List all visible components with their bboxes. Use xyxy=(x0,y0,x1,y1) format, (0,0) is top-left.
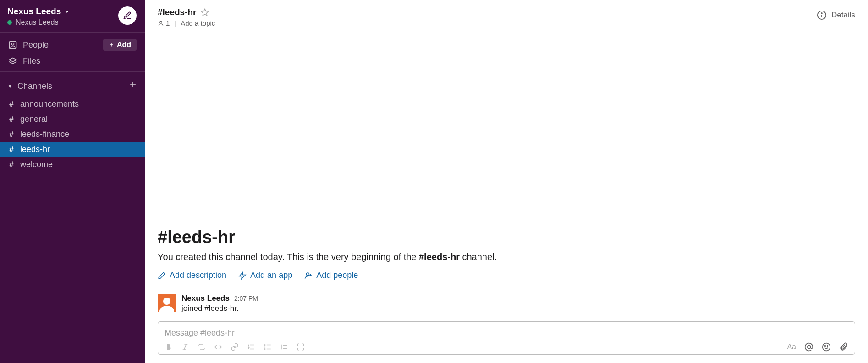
message-text: joined #leeds-hr. xyxy=(181,304,258,313)
svg-point-8 xyxy=(160,21,162,23)
channel-item-leeds-finance[interactable]: #leeds-finance xyxy=(0,127,145,142)
channel-item-label: announcements xyxy=(20,99,79,109)
channel-intro: #leeds-hr You created this channel today… xyxy=(158,145,855,286)
channel-item-leeds-hr[interactable]: #leeds-hr xyxy=(0,142,145,157)
channel-title[interactable]: #leeds-hr xyxy=(158,7,196,17)
mention-button[interactable] xyxy=(804,342,813,352)
svg-point-1 xyxy=(12,43,14,45)
add-people-pill[interactable]: Add xyxy=(103,39,137,51)
code-button[interactable] xyxy=(214,343,222,351)
channels-header-label: Channels xyxy=(17,81,52,91)
svg-point-13 xyxy=(307,273,309,276)
workspace-name: Nexus Leeds xyxy=(7,6,61,16)
add-channel-button[interactable] xyxy=(128,80,137,92)
add-description-link[interactable]: Add description xyxy=(158,271,226,280)
composer-toolbar: Aa xyxy=(165,342,848,352)
message-author[interactable]: Nexus Leeds xyxy=(181,294,230,303)
bold-button[interactable] xyxy=(165,343,173,351)
svg-point-34 xyxy=(823,343,830,351)
system-message: Nexus Leeds 2:07 PM joined #leeds-hr. xyxy=(158,286,855,318)
message-list: #leeds-hr You created this channel today… xyxy=(145,32,868,318)
channels-header-toggle[interactable]: ▼ Channels xyxy=(7,81,52,91)
presence-row: Nexus Leeds xyxy=(7,18,70,27)
sidebar-item-files[interactable]: Files xyxy=(5,54,140,69)
channel-item-label: leeds-finance xyxy=(20,130,69,139)
format-toggle-button[interactable]: Aa xyxy=(787,343,796,351)
files-icon xyxy=(8,57,17,66)
separator: | xyxy=(174,19,176,27)
channel-item-label: welcome xyxy=(20,160,53,169)
hash-icon: # xyxy=(7,99,16,109)
strikethrough-button[interactable] xyxy=(198,343,206,351)
sidebar-item-people[interactable]: People Add xyxy=(5,36,140,54)
sidebar-item-label: People xyxy=(23,40,49,50)
svg-point-28 xyxy=(264,349,265,350)
svg-marker-7 xyxy=(202,9,209,16)
code-block-button[interactable] xyxy=(297,343,305,351)
svg-point-33 xyxy=(808,346,811,349)
svg-line-18 xyxy=(184,344,187,350)
presence-dot-icon xyxy=(7,20,12,25)
sidebar-nav-section: People Add Files xyxy=(0,33,145,72)
channel-header: #leeds-hr 1 | Add a topic Details xyxy=(145,0,868,32)
svg-point-36 xyxy=(827,346,828,347)
channel-item-general[interactable]: #general xyxy=(0,112,145,127)
emoji-button[interactable] xyxy=(822,342,831,352)
intro-text: You created this channel today. This is … xyxy=(158,252,855,262)
add-person-icon xyxy=(304,271,313,280)
current-user-name: Nexus Leeds xyxy=(16,18,58,27)
star-icon[interactable] xyxy=(201,8,209,16)
intro-heading: #leeds-hr xyxy=(158,228,855,247)
sidebar-item-label: Files xyxy=(23,56,40,66)
lightning-icon xyxy=(238,271,247,280)
info-icon[interactable] xyxy=(817,10,827,20)
pencil-icon xyxy=(158,271,166,280)
hash-icon: # xyxy=(7,114,16,124)
sidebar-header: Nexus Leeds Nexus Leeds xyxy=(0,0,145,33)
hash-icon: # xyxy=(7,160,16,169)
plus-icon xyxy=(128,80,137,89)
svg-point-26 xyxy=(264,345,265,346)
caret-down-icon: ▼ xyxy=(7,83,13,89)
channels-section: ▼ Channels #announcements#general#leeds-… xyxy=(0,72,145,172)
people-icon xyxy=(8,40,17,49)
plus-icon xyxy=(109,42,114,48)
details-button[interactable]: Details xyxy=(831,11,855,20)
channel-item-welcome[interactable]: #welcome xyxy=(0,157,145,172)
compose-icon xyxy=(123,11,132,20)
add-people-link[interactable]: Add people xyxy=(304,271,358,280)
svg-point-35 xyxy=(825,346,826,347)
member-count[interactable]: 1 xyxy=(158,19,170,27)
compose-button[interactable] xyxy=(118,6,137,25)
chevron-down-icon xyxy=(64,8,70,15)
add-app-link[interactable]: Add an app xyxy=(238,271,292,280)
workspace-switcher[interactable]: Nexus Leeds xyxy=(7,6,70,16)
add-pill-label: Add xyxy=(117,41,131,49)
svg-marker-4 xyxy=(9,58,17,61)
avatar[interactable] xyxy=(158,294,176,312)
channel-item-label: leeds-hr xyxy=(20,145,50,154)
message-composer[interactable]: Aa xyxy=(158,321,855,355)
channel-item-label: general xyxy=(20,114,48,124)
composer-area: Aa xyxy=(145,318,868,363)
ordered-list-button[interactable] xyxy=(247,343,255,351)
hash-icon: # xyxy=(7,145,16,154)
message-timestamp: 2:07 PM xyxy=(234,295,258,302)
hash-icon: # xyxy=(7,130,16,139)
person-icon xyxy=(158,20,164,27)
message-input[interactable] xyxy=(165,326,848,342)
attach-button[interactable] xyxy=(839,342,848,352)
italic-button[interactable] xyxy=(181,343,189,351)
main-panel: #leeds-hr 1 | Add a topic Details #leeds… xyxy=(145,0,868,363)
svg-point-11 xyxy=(821,13,822,14)
add-topic-link[interactable]: Add a topic xyxy=(181,19,215,27)
sidebar: Nexus Leeds Nexus Leeds People Add xyxy=(0,0,145,363)
channel-item-announcements[interactable]: #announcements xyxy=(0,97,145,112)
svg-point-27 xyxy=(264,347,265,347)
svg-marker-12 xyxy=(239,272,246,279)
blockquote-button[interactable] xyxy=(280,343,288,351)
link-button[interactable] xyxy=(231,343,239,351)
bullet-list-button[interactable] xyxy=(264,343,272,351)
